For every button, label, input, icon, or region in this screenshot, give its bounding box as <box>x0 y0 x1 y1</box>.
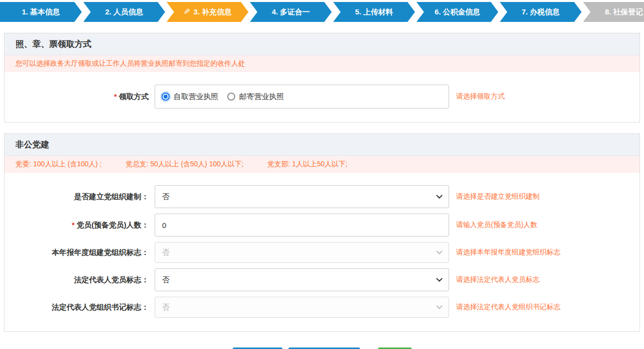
section-title: 照、章、票领取方式 <box>4 33 640 55</box>
select-value: 否 <box>162 303 170 312</box>
label-text: 法定代表人党组织书记标志： <box>52 303 149 311</box>
label-text: 是否建立党组织建制： <box>74 192 149 201</box>
step-tab-upload-materials[interactable]: 5. 上传材料 <box>333 2 415 22</box>
label-text: 党员(预备党员)人数： <box>77 221 149 229</box>
step-tab-basic-info[interactable]: 1. 基本信息 <box>0 2 82 22</box>
radio-label: 邮寄营业执照 <box>239 92 284 102</box>
legal-rep-member-flag-select[interactable]: 否 <box>155 268 449 291</box>
chevron-down-icon <box>436 248 443 254</box>
radio-self-pickup[interactable]: 自取营业执照 <box>162 92 218 102</box>
step-label: 5. 上传材料 <box>355 7 393 17</box>
form-row-pickup-method: *领取方式 自取营业执照 邮寄营业执照 请选择领取方式 <box>4 85 640 109</box>
notice-text: 党支部: 1人以上50人以下; <box>268 160 348 168</box>
step-label: 1. 基本信息 <box>22 7 60 17</box>
select-value: 否 <box>162 192 170 202</box>
annual-report-flag-select: 否 <box>155 242 449 263</box>
form-row-party-member-count: *党员(预备党员)人数： 请输入党员(预备党员)人数 <box>4 214 640 236</box>
party-org-select[interactable]: 否 <box>155 185 449 208</box>
section-license-pickup: 照、章、票领取方式 您可以选择政务大厅领取或让工作人员将营业执照邮寄到您指定的收… <box>4 33 640 122</box>
chevron-down-icon <box>436 275 443 282</box>
chevron-down-icon <box>436 192 443 199</box>
step-tab-provident-fund[interactable]: 6. 公积金信息 <box>417 2 499 22</box>
step-label: 4. 多证合一 <box>272 7 310 17</box>
pickup-method-radio-group: 自取营业执照 邮寄营业执照 <box>155 85 449 109</box>
form-row-legal-rep-secretary-flag: 法定代表人党组织书记标志： 否 请选择法定代表人党组织书记标志 <box>4 297 640 318</box>
pencil-icon: ✎ <box>184 8 190 16</box>
step-label: 6. 公积金信息 <box>435 7 480 17</box>
notice-text: 党总支: 50人以上 (含50人) 100人以下; <box>125 160 243 168</box>
field-label: *党员(预备党员)人数： <box>4 221 155 230</box>
label-text: 本年报年度组建党组织标志： <box>52 248 149 256</box>
legal-rep-secretary-flag-select: 否 <box>155 297 449 318</box>
step-tab-supplementary-info[interactable]: ✎3. 补充信息 <box>167 2 249 22</box>
radio-icon <box>227 93 235 101</box>
section-party-building: 非公党建 党委: 100人以上 (含100人) ; 党总支: 50人以上 (含5… <box>4 133 640 332</box>
label-text: 法定代表人党员标志： <box>74 275 149 284</box>
party-member-count-input[interactable] <box>155 214 449 236</box>
field-hint: 请选择是否建立党组织建制 <box>456 192 540 201</box>
field-label: 本年报年度组建党组织标志： <box>4 248 155 257</box>
step-tab-personnel-info[interactable]: 2. 人员信息 <box>84 2 166 22</box>
field-control: 否 <box>155 242 449 263</box>
form-row-annual-report-flag: 本年报年度组建党组织标志： 否 请选择本年报年度组建党组织标志 <box>4 242 640 263</box>
field-label: 是否建立党组织建制： <box>4 192 155 202</box>
section-body: *领取方式 自取营业执照 邮寄营业执照 请选择领取方式 <box>4 72 640 122</box>
section-notice: 您可以选择政务大厅领取或让工作人员将营业执照邮寄到您指定的收件人处 <box>4 55 640 72</box>
step-tab-social-security[interactable]: 8. 社保登记 <box>583 2 644 22</box>
step-wizard: 1. 基本信息 2. 人员信息 ✎3. 补充信息 4. 多证合一 5. 上传材料… <box>0 2 644 22</box>
step-tab-tax-info[interactable]: 7. 办税信息 <box>500 2 582 22</box>
field-control: 否 <box>155 185 449 208</box>
field-hint: 请选择领取方式 <box>456 92 505 101</box>
step-wizard-track: 1. 基本信息 2. 人员信息 ✎3. 补充信息 4. 多证合一 5. 上传材料… <box>0 2 644 22</box>
required-asterisk: * <box>72 221 75 229</box>
field-label: *领取方式 <box>4 92 155 102</box>
step-label: 3. 补充信息 <box>193 7 232 17</box>
radio-mail-delivery[interactable]: 邮寄营业执照 <box>227 92 284 102</box>
step-label: 7. 办税信息 <box>522 7 560 17</box>
label-text: 领取方式 <box>119 92 149 101</box>
form-row-legal-rep-member-flag: 法定代表人党员标志： 否 请选择法定代表人党员标志 <box>4 268 640 291</box>
field-control: 自取营业执照 邮寄营业执照 <box>155 85 449 109</box>
select-value: 否 <box>162 248 170 257</box>
step-tab-multi-cert[interactable]: 4. 多证合一 <box>250 2 332 22</box>
section-title: 非公党建 <box>4 134 640 156</box>
field-hint: 请选择本年报年度组建党组织标志 <box>456 248 560 257</box>
section-body: 是否建立党组织建制： 否 请选择是否建立党组织建制 *党员(预备党员)人数： 请… <box>4 173 640 331</box>
field-control: 否 <box>155 297 449 318</box>
field-label: 法定代表人党组织书记标志： <box>4 303 155 312</box>
field-label: 法定代表人党员标志： <box>4 275 155 285</box>
notice-text: 您可以选择政务大厅领取或让工作人员将营业执照邮寄到您指定的收件人处 <box>15 59 245 67</box>
field-hint: 请选择法定代表人党组织书记标志 <box>456 303 560 312</box>
notice-text: 党委: 100人以上 (含100人) ; <box>15 160 102 168</box>
field-control: 否 <box>155 268 449 291</box>
required-asterisk: * <box>114 92 117 101</box>
section-notice: 党委: 100人以上 (含100人) ; 党总支: 50人以上 (含50人) 1… <box>4 156 640 173</box>
field-control <box>155 214 449 236</box>
field-hint: 请输入党员(预备党员)人数 <box>456 221 537 230</box>
radio-icon <box>162 93 170 101</box>
step-label: 2. 人员信息 <box>105 7 143 17</box>
select-value: 否 <box>162 275 170 285</box>
chevron-down-icon <box>436 303 443 309</box>
step-label: 8. 社保登记 <box>605 7 643 17</box>
form-row-party-org-flag: 是否建立党组织建制： 否 请选择是否建立党组织建制 <box>4 185 640 208</box>
radio-label: 自取营业执照 <box>174 92 218 102</box>
field-hint: 请选择法定代表人党员标志 <box>456 275 540 284</box>
